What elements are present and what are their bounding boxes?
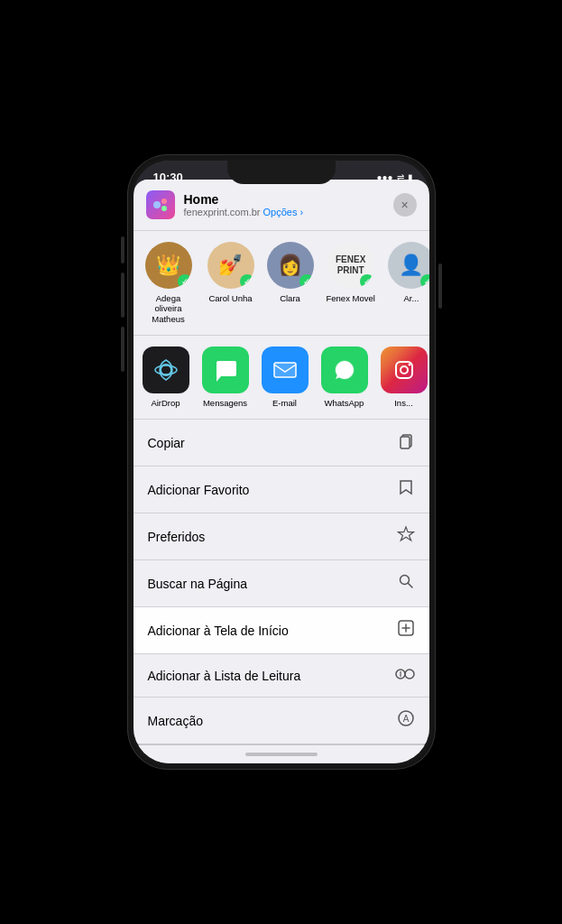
site-favicon — [146, 190, 175, 219]
whatsapp-badge: ✓ — [240, 274, 254, 289]
app-item-whatsapp[interactable]: WhatsApp — [321, 346, 368, 408]
phone-screen: 10:30 ●●● ⇌ ▮ — [134, 161, 429, 763]
svg-marker-12 — [398, 527, 413, 541]
menu-item-markup[interactable]: Marcação A — [134, 698, 429, 744]
menu-item-bookmark[interactable]: Adicionar Favorito — [134, 467, 429, 513]
url-text: fenexprint.com.br — [184, 207, 261, 217]
svg-point-1 — [161, 199, 167, 204]
whatsapp-icon — [321, 346, 368, 393]
markup-icon: A — [397, 709, 415, 732]
close-button[interactable]: × — [393, 193, 417, 217]
svg-text:A: A — [402, 714, 409, 724]
phone-frame: 10:30 ●●● ⇌ ▮ — [128, 155, 435, 769]
power-button[interactable] — [438, 263, 442, 309]
menu-label: Copiar — [148, 436, 185, 450]
whatsapp-badge: ✓ — [420, 274, 429, 289]
contact-name: Adega oliveiraMatheus — [143, 293, 195, 324]
instagram-icon — [381, 346, 428, 393]
menu-item-copy[interactable]: Copiar — [134, 420, 429, 467]
add-home-icon — [397, 619, 415, 642]
signal-icon: ●●● — [376, 172, 392, 182]
menu-label: Adicionar à Tela de Início — [148, 624, 289, 638]
svg-line-14 — [408, 584, 412, 588]
wifi-icon: ⇌ — [397, 172, 404, 182]
app-name: Ins... — [394, 398, 413, 408]
contact-item[interactable]: FENEXPRINT ✓ Fenex Movel — [327, 242, 375, 324]
svg-point-9 — [408, 364, 410, 366]
svg-point-2 — [161, 206, 167, 211]
menu-label: Buscar na Página — [148, 577, 248, 591]
menu-item-add-home[interactable]: Adicionar à Tela de Início — [134, 607, 429, 654]
svg-point-8 — [401, 366, 408, 374]
contact-avatar: 👤 ✓ — [388, 242, 429, 289]
contact-avatar: 👩 ✓ — [267, 242, 314, 289]
reading-list-icon — [395, 666, 415, 685]
menu-item-reading-list[interactable]: Adicionar à Lista de Leitura — [134, 654, 429, 698]
menu-label: Preferidos — [148, 530, 206, 544]
home-indicator — [245, 753, 318, 756]
contacts-row: 👑 ✓ Adega oliveiraMatheus 💅 ✓ Carol Unha — [134, 231, 429, 336]
share-panel: Home fenexprint.com.br Opções › × 👑 ✓ Ad — [134, 180, 429, 763]
menu-section: Copiar Adicionar Favorito — [134, 420, 429, 744]
share-title: Home — [184, 192, 393, 207]
contact-name: Fenex Movel — [327, 293, 375, 303]
options-link[interactable]: Opções › — [263, 207, 303, 217]
contact-item[interactable]: 👑 ✓ Adega oliveiraMatheus — [143, 242, 195, 324]
contact-item[interactable]: 👩 ✓ Clara — [267, 242, 314, 324]
messages-icon — [202, 346, 249, 393]
notch — [227, 161, 336, 184]
svg-rect-5 — [274, 363, 296, 377]
app-name: WhatsApp — [325, 398, 364, 408]
whatsapp-badge: ✓ — [299, 274, 314, 289]
app-name: AirDrop — [151, 398, 180, 408]
menu-label: Marcação — [148, 714, 203, 728]
volume-up-button[interactable] — [121, 273, 124, 318]
whatsapp-badge: ✓ — [360, 274, 374, 289]
email-icon — [262, 346, 309, 393]
menu-item-favorites[interactable]: Preferidos — [134, 513, 429, 560]
svg-point-19 — [405, 670, 414, 679]
copy-icon — [397, 431, 415, 454]
app-item-messages[interactable]: Mensagens — [202, 346, 249, 408]
contact-name: Clara — [280, 293, 300, 303]
home-bar — [134, 745, 429, 763]
mute-button[interactable] — [121, 236, 124, 263]
app-item-email[interactable]: E-mail — [262, 346, 309, 408]
battery-icon: ▮ — [408, 172, 413, 182]
contact-name: Ar... — [403, 293, 419, 303]
contact-item[interactable]: 👤 ✓ Ar... — [388, 242, 429, 324]
menu-item-search[interactable]: Buscar na Página — [134, 560, 429, 607]
side-buttons-left — [121, 236, 124, 372]
contact-name: Carol Unha — [208, 293, 252, 303]
status-icons: ●●● ⇌ ▮ — [376, 172, 412, 182]
share-url: fenexprint.com.br Opções › — [184, 207, 393, 217]
share-header-text: Home fenexprint.com.br Opções › — [184, 192, 393, 217]
bookmark-icon — [397, 478, 415, 501]
star-icon — [397, 525, 415, 548]
app-item-instagram[interactable]: Ins... — [381, 346, 428, 408]
svg-point-4 — [155, 365, 177, 374]
whatsapp-badge: ✓ — [178, 274, 192, 289]
airdrop-icon — [143, 346, 189, 393]
menu-label: Adicionar Favorito — [148, 483, 250, 497]
status-time: 10:30 — [153, 171, 183, 184]
contact-avatar: 👑 ✓ — [145, 242, 192, 289]
app-item-airdrop[interactable]: AirDrop — [143, 346, 189, 408]
side-buttons-right — [438, 263, 442, 309]
search-icon — [397, 572, 415, 595]
svg-point-0 — [153, 201, 161, 208]
contact-avatar: FENEXPRINT ✓ — [327, 242, 374, 289]
app-name: E-mail — [272, 398, 297, 408]
svg-rect-11 — [401, 437, 410, 448]
volume-down-button[interactable] — [121, 327, 124, 372]
contact-item[interactable]: 💅 ✓ Carol Unha — [207, 242, 254, 324]
apps-row: AirDrop Mensagens — [134, 336, 429, 420]
menu-label: Adicionar à Lista de Leitura — [148, 669, 301, 683]
app-name: Mensagens — [203, 398, 247, 408]
contact-avatar: 💅 ✓ — [207, 242, 254, 289]
